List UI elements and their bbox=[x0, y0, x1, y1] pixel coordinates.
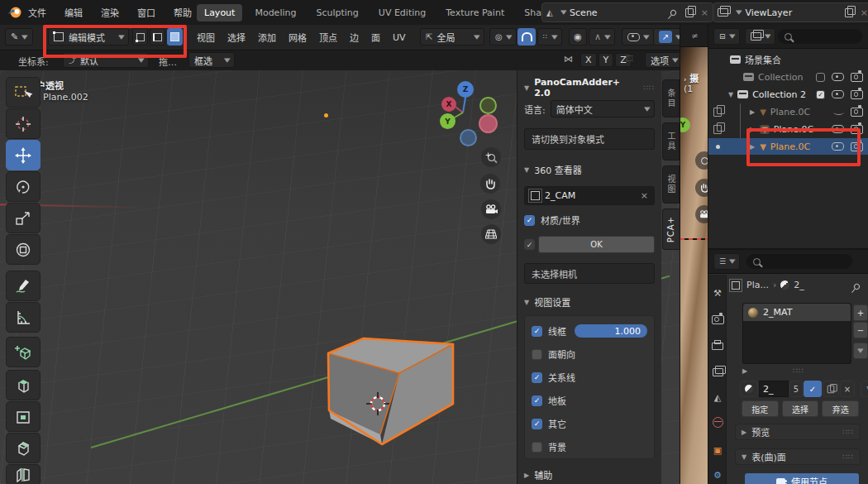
hide-eye-icon[interactable] bbox=[832, 73, 844, 81]
menu-edit[interactable]: 编辑 bbox=[64, 6, 83, 19]
tool-measure[interactable] bbox=[6, 302, 41, 333]
browse-material-button[interactable] bbox=[740, 381, 758, 397]
menu-render[interactable]: 渲染 bbox=[101, 6, 119, 19]
surface-panel-header[interactable]: ▼ 表(曲)面 ∷∷ bbox=[735, 448, 861, 465]
tool-annotate[interactable] bbox=[6, 271, 41, 301]
workspace-tab-sculpting[interactable]: Sculpting bbox=[308, 4, 365, 22]
wireframe-checkbox[interactable]: ✓ bbox=[532, 326, 542, 337]
close-icon[interactable]: × bbox=[861, 7, 868, 18]
clear-icon[interactable]: × bbox=[641, 190, 648, 201]
row-plane-3-selected[interactable]: ▶ ▼ Plane.0C bbox=[708, 138, 868, 155]
snap-toggle-button[interactable] bbox=[517, 28, 536, 46]
row-plane-1[interactable]: ▶ ▼ Plane.0C bbox=[708, 103, 868, 120]
exclude-checkbox[interactable] bbox=[816, 73, 825, 82]
users-count-button[interactable]: 5 bbox=[789, 381, 803, 397]
npanel-tab-pca[interactable]: PCA+ bbox=[662, 208, 680, 250]
row-collection-2[interactable]: ▼ Collection 2 ✓ bbox=[708, 86, 868, 103]
addon-panel-header[interactable]: ▼ PanoCamAdder+ 2.0 ∷∷ bbox=[524, 77, 655, 98]
viewlayer-selector[interactable]: ▼ ViewLayer × bbox=[713, 2, 868, 22]
tool-add-primitive[interactable] bbox=[6, 337, 41, 367]
scene-name[interactable]: Scene bbox=[570, 7, 666, 18]
row-scene-collection[interactable]: 场景集合 bbox=[708, 51, 868, 68]
menu-uv[interactable]: UV bbox=[393, 32, 406, 43]
add-slot-button[interactable]: + bbox=[853, 304, 868, 321]
copy-icon[interactable] bbox=[685, 8, 694, 17]
strip-zoom-button[interactable] bbox=[695, 151, 708, 170]
chevron-down-icon[interactable]: ▼ bbox=[560, 9, 567, 16]
outliner-search-input[interactable] bbox=[778, 29, 862, 44]
render-visibility-icon[interactable] bbox=[851, 73, 863, 82]
tab-world[interactable] bbox=[708, 412, 727, 432]
face-orientation-checkbox[interactable]: ✓ bbox=[532, 349, 542, 360]
strip-gizmo-y-axis[interactable]: Y bbox=[680, 117, 690, 132]
gizmo-z-axis[interactable]: Z bbox=[457, 81, 474, 98]
viewlayer-name[interactable]: ViewLayer bbox=[745, 7, 840, 18]
grip-icon[interactable]: ∷∷ bbox=[793, 367, 804, 375]
render-visibility-icon[interactable] bbox=[851, 125, 863, 134]
transform-orientation-dropdown[interactable]: ⇱ 全局 ▼ bbox=[420, 28, 484, 46]
workspace-tab-modeling[interactable]: Modeling bbox=[247, 4, 303, 22]
ok-button[interactable]: OK bbox=[538, 236, 655, 253]
disclosure-icon[interactable]: ▶ bbox=[750, 143, 755, 151]
render-visibility-icon[interactable] bbox=[851, 90, 863, 99]
menu-mesh[interactable]: 网格 bbox=[289, 31, 307, 44]
outliner-display-mode-dropdown[interactable]: ⊟▼ bbox=[713, 28, 740, 45]
hide-eye-icon[interactable] bbox=[832, 142, 844, 151]
expand-icon[interactable]: ▶ bbox=[742, 367, 747, 375]
select-mode-vertex-button[interactable] bbox=[132, 28, 148, 46]
menu-window[interactable]: 窗口 bbox=[137, 6, 155, 19]
gizmo-y-neg-axis[interactable] bbox=[479, 97, 497, 114]
pan-hand-button[interactable] bbox=[480, 174, 500, 194]
node-tree-dropdown[interactable]: ▽▼ bbox=[861, 381, 868, 397]
camera-field[interactable]: 2_CAM × bbox=[524, 186, 655, 205]
tool-rotate[interactable] bbox=[6, 171, 41, 202]
options-dropdown[interactable]: 选项▼ bbox=[645, 52, 683, 68]
tool-scale[interactable] bbox=[6, 203, 41, 233]
mirror-x-button[interactable]: X bbox=[580, 53, 597, 67]
preview-panel-header[interactable]: ▶ 预览 ∷∷ bbox=[735, 424, 861, 440]
blender-logo-icon[interactable] bbox=[7, 5, 23, 20]
tool-inset-faces[interactable] bbox=[6, 401, 41, 432]
breadcrumb-object[interactable]: Pla... bbox=[746, 280, 769, 290]
viewer-section-header[interactable]: ▼360 查看器 bbox=[524, 163, 655, 176]
active-tool-button[interactable]: ✎▼ bbox=[5, 28, 33, 46]
hide-eye-icon[interactable] bbox=[832, 90, 844, 98]
disclosure-icon[interactable]: ▼ bbox=[728, 91, 733, 98]
mirror-y-button[interactable]: Y bbox=[599, 53, 614, 67]
gizmo-x-neg-axis[interactable] bbox=[479, 114, 498, 133]
use-nodes-button[interactable]: 使用节点 bbox=[745, 473, 859, 484]
orthographic-grid-button[interactable] bbox=[481, 224, 501, 244]
falloff-dropdown[interactable]: ∧▼ bbox=[589, 28, 615, 46]
tool-select-box[interactable] bbox=[6, 77, 41, 108]
workspace-tab-texture-paint[interactable]: Texture Paint bbox=[438, 4, 512, 22]
relationship-lines-checkbox[interactable]: ✓ bbox=[532, 372, 542, 383]
panel-grip[interactable]: ∷∷ bbox=[644, 84, 655, 92]
gizmo-y-axis[interactable]: Y bbox=[440, 113, 455, 129]
npanel-tab-view[interactable]: 视图 bbox=[662, 165, 680, 204]
view-settings-header[interactable]: ▼视图设置 bbox=[524, 295, 655, 309]
tab-render[interactable] bbox=[708, 309, 727, 329]
hidden-eye-icon[interactable] bbox=[833, 109, 844, 115]
tool-bevel[interactable] bbox=[6, 433, 41, 463]
tab-output[interactable] bbox=[708, 336, 727, 356]
tab-modifiers[interactable]: ⚙ bbox=[708, 465, 727, 484]
select-button[interactable]: 选择 bbox=[782, 400, 819, 417]
menu-view[interactable]: 视图 bbox=[197, 31, 215, 44]
outliner-filter-dropdown[interactable]: ▼ bbox=[745, 28, 775, 45]
menu-add[interactable]: 添加 bbox=[258, 31, 276, 44]
tool-loop-cut[interactable] bbox=[6, 464, 41, 484]
menu-face[interactable]: 面 bbox=[371, 31, 380, 44]
render-visibility-icon[interactable] bbox=[851, 142, 863, 151]
strip-camera-button[interactable] bbox=[695, 205, 708, 223]
material-world-checkbox[interactable]: ✓ bbox=[524, 215, 535, 226]
tab-object[interactable]: ▣ bbox=[708, 440, 727, 460]
editor-type-dropdown[interactable]: ☰▼ bbox=[713, 253, 740, 270]
chevron-down-icon[interactable]: ▼ bbox=[736, 9, 742, 16]
select-mode-face-button[interactable] bbox=[167, 28, 183, 46]
row-plane-2[interactable]: ▶ ▼ Plane.0C bbox=[708, 121, 868, 137]
tool-cursor[interactable] bbox=[6, 108, 41, 139]
deselect-button[interactable]: 弃选 bbox=[822, 400, 859, 417]
tool-move[interactable] bbox=[6, 140, 41, 170]
disclosure-icon[interactable]: ▶ bbox=[750, 108, 755, 116]
tool-transform[interactable] bbox=[6, 234, 41, 265]
